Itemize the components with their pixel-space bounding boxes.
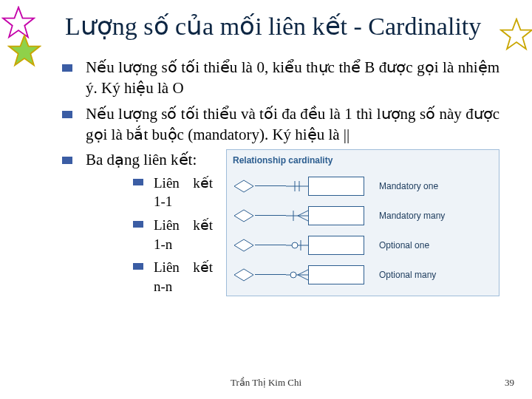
list-item: Liên kết n-n: [133, 258, 213, 296]
slide: Lượng số của mối liên kết - Cardinality …: [0, 0, 532, 399]
list-item: Nếu lượng số tối thiểu là 0, kiểu thực t…: [62, 57, 499, 99]
footer-author: Trần Thị Kim Chi: [231, 377, 301, 389]
slide-title: Lượng số của mối liên kết - Cardinality: [65, 12, 499, 41]
svg-marker-7: [234, 210, 253, 222]
bullet-text: Ba dạng liên kết: Liên kết 1-1 Liên kết …: [86, 149, 499, 300]
bullet-text: Nếu lượng số tối thiểu là 0, kiểu thực t…: [86, 57, 499, 99]
svg-point-18: [290, 272, 296, 278]
optional-many-icon: [286, 267, 308, 282]
connector-line: [255, 245, 286, 245]
svg-line-19: [298, 270, 308, 275]
svg-point-14: [292, 242, 298, 248]
entity-box: [308, 265, 364, 284]
connector-line: [255, 185, 286, 186]
diagram-label: Optional one: [379, 239, 429, 251]
diagram-title: Relationship cardinality: [233, 154, 493, 166]
sub-bullet-text: Liên kết 1-1: [154, 174, 213, 211]
connector-line: [255, 215, 286, 216]
svg-marker-1: [9, 35, 40, 65]
svg-marker-2: [501, 19, 532, 49]
sub-bullet-text: Liên kết 1-n: [154, 216, 213, 253]
mandatory-many-icon: [286, 208, 308, 223]
svg-line-10: [298, 211, 308, 216]
entity-box: [308, 206, 364, 225]
cardinality-diagram: Relationship cardinality Mandatory one: [226, 149, 499, 296]
bullet-icon: [62, 157, 72, 164]
diagram-row: Mandatory many: [233, 201, 493, 231]
star-decoration-icon: [499, 18, 532, 52]
relationship-diamond-icon: [233, 179, 255, 194]
list-item: Ba dạng liên kết: Liên kết 1-1 Liên kết …: [62, 149, 499, 300]
list-item: Liên kết 1-1: [133, 174, 213, 211]
bullet-icon: [133, 263, 143, 270]
diagram-label: Optional many: [379, 269, 436, 281]
svg-marker-12: [234, 239, 253, 251]
diagram-label: Mandatory one: [379, 180, 438, 192]
optional-one-icon: [286, 238, 308, 253]
bullet-icon: [62, 64, 72, 72]
list-item: Nếu lượng số tối thiểu và tối đa đều là …: [62, 103, 499, 146]
slide-body: Nếu lượng số tối thiểu là 0, kiểu thực t…: [62, 57, 499, 301]
entity-box: [308, 177, 364, 196]
svg-marker-0: [3, 7, 34, 37]
diagram-row: Mandatory one: [233, 171, 493, 201]
svg-marker-16: [234, 269, 253, 281]
mandatory-one-icon: [286, 179, 308, 194]
diagram-label: Mandatory many: [379, 210, 445, 222]
bullet-label: Ba dạng liên kết:: [86, 151, 197, 168]
bullet-icon: [133, 221, 143, 228]
svg-line-11: [298, 216, 308, 221]
star-decoration-icon: [7, 34, 41, 68]
footer-page-number: 39: [505, 377, 514, 389]
relationship-diamond-icon: [233, 267, 255, 282]
bullet-icon: [62, 111, 72, 118]
diagram-row: Optional one: [233, 231, 493, 260]
svg-marker-3: [234, 180, 253, 192]
sub-bullet-text: Liên kết n-n: [154, 258, 213, 296]
connector-line: [255, 274, 286, 275]
diagram-row: Optional many: [233, 260, 493, 290]
list-item: Liên kết 1-n: [133, 216, 213, 253]
bullet-icon: [133, 179, 143, 185]
relationship-diamond-icon: [233, 208, 255, 223]
svg-line-20: [298, 275, 308, 280]
relationship-diamond-icon: [233, 238, 255, 253]
bullet-text: Nếu lượng số tối thiểu và tối đa đều là …: [86, 103, 499, 146]
entity-box: [308, 236, 364, 255]
